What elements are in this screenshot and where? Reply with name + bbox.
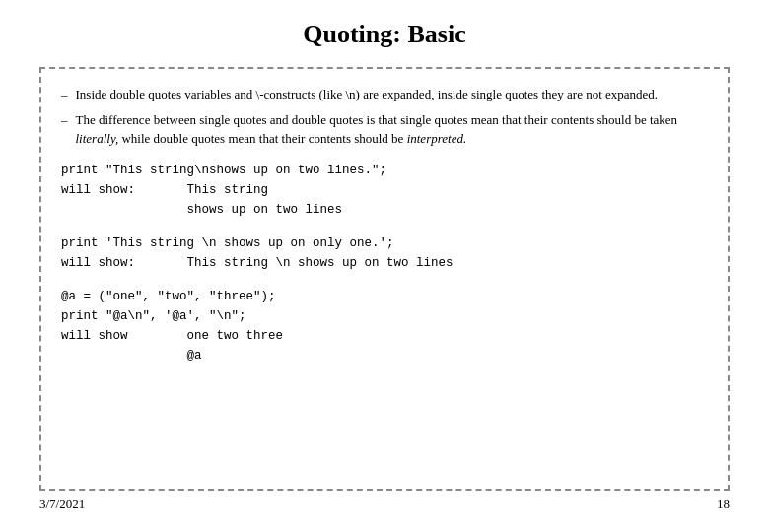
code-line: will show: This string	[61, 180, 708, 200]
code-section: print "This string\nshows up on two line…	[61, 161, 708, 366]
code-block-2: print 'This string \n shows up on only o…	[61, 233, 708, 273]
code-line: @a	[61, 346, 708, 366]
bullet-dash-2: –	[61, 110, 68, 130]
footer-page-number: 18	[717, 497, 730, 512]
bullet-item-2: – The difference between single quotes a…	[61, 110, 708, 149]
code-line: print "This string\nshows up on two line…	[61, 161, 708, 180]
slide-container: Quoting: Basic – Inside double quotes va…	[0, 0, 769, 532]
bullet-text-1: Inside double quotes variables and \-con…	[76, 85, 659, 104]
footer-date: 3/7/2021	[39, 497, 85, 512]
code-line: will show one two three	[61, 326, 708, 346]
code-line: will show: This string \n shows up on tw…	[61, 253, 708, 273]
code-line: @a = ("one", "two", "three");	[61, 287, 708, 306]
code-line: print "@a\n", '@a', "\n";	[61, 306, 708, 326]
footer: 3/7/2021 18	[39, 491, 730, 512]
bullet-list: – Inside double quotes variables and \-c…	[61, 85, 708, 149]
code-block-1: print "This string\nshows up on two line…	[61, 161, 708, 220]
slide-title: Quoting: Basic	[39, 20, 730, 49]
code-block-3: @a = ("one", "two", "three"); print "@a\…	[61, 287, 708, 366]
content-box: – Inside double quotes variables and \-c…	[39, 67, 730, 491]
code-line: print 'This string \n shows up on only o…	[61, 233, 708, 253]
code-line: shows up on two lines	[61, 200, 708, 220]
bullet-item-1: – Inside double quotes variables and \-c…	[61, 85, 708, 104]
bullet-text-2: The difference between single quotes and…	[76, 110, 709, 149]
bullet-dash-1: –	[61, 85, 68, 104]
